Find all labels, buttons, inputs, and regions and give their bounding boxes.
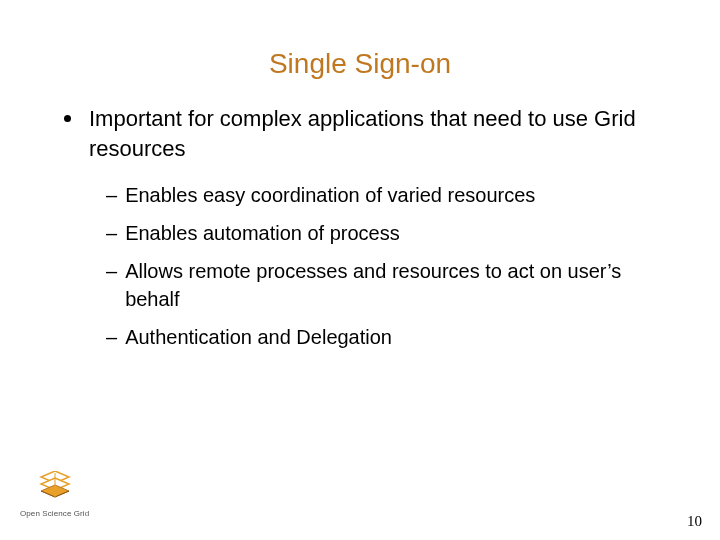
dash-icon: – (106, 323, 117, 351)
sub-bullet-text: Enables automation of process (125, 219, 400, 247)
sub-bullet-list: – Enables easy coordination of varied re… (106, 181, 656, 351)
bullet-item: Important for complex applications that … (64, 104, 656, 163)
sub-bullet-item: – Allows remote processes and resources … (106, 257, 656, 313)
sub-bullet-text: Allows remote processes and resources to… (125, 257, 656, 313)
slide-title: Single Sign-on (0, 48, 720, 80)
bullet-disc-icon (64, 115, 71, 122)
sub-bullet-text: Enables easy coordination of varied reso… (125, 181, 535, 209)
sub-bullet-item: – Authentication and Delegation (106, 323, 656, 351)
footer-logo: Open Science Grid (20, 471, 89, 518)
sub-bullet-item: – Enables automation of process (106, 219, 656, 247)
page-number: 10 (687, 513, 702, 530)
bullet-text: Important for complex applications that … (89, 104, 656, 163)
sub-bullet-item: – Enables easy coordination of varied re… (106, 181, 656, 209)
osg-logo-icon (32, 471, 78, 503)
sub-bullet-text: Authentication and Delegation (125, 323, 392, 351)
slide-body: Important for complex applications that … (64, 104, 656, 351)
dash-icon: – (106, 257, 117, 285)
footer-logo-label: Open Science Grid (20, 509, 89, 518)
dash-icon: – (106, 181, 117, 209)
dash-icon: – (106, 219, 117, 247)
